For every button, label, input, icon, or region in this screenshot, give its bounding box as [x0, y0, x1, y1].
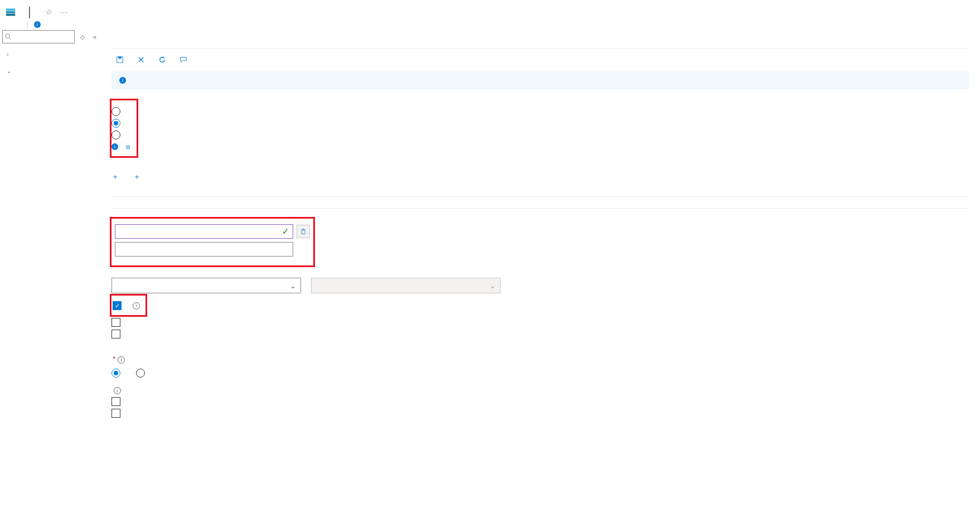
info-icon[interactable]: i	[118, 356, 125, 364]
storage-account-icon	[4, 6, 17, 18]
exception-logging[interactable]	[111, 318, 145, 327]
close-icon	[137, 56, 145, 64]
resource-type-row: | i	[0, 21, 980, 28]
info-icon[interactable]: i	[34, 21, 41, 28]
info-icon: i	[119, 77, 126, 84]
exception-metrics[interactable]	[111, 330, 145, 339]
publish-endpoints-label: i	[111, 386, 969, 395]
exceptions-section: ✓i	[111, 293, 148, 345]
vnet-table-header	[111, 187, 969, 197]
ip-address-input-1[interactable]: ✓	[115, 224, 293, 239]
info-banner: i	[111, 71, 969, 89]
pna-learn-more-link[interactable]: ⧉	[125, 143, 130, 151]
page-header: | ☆ ···	[0, 0, 980, 21]
ip-address-input-2[interactable]	[115, 242, 293, 257]
save-button[interactable]	[116, 56, 127, 64]
trash-icon	[300, 228, 307, 235]
info-icon[interactable]: i	[133, 302, 140, 310]
svg-rect-9	[302, 230, 305, 234]
chevron-down-icon: ⌄	[290, 282, 296, 290]
public-network-access-section: i ⧉	[111, 100, 137, 156]
instance-name-dropdown: ⌄	[311, 278, 501, 293]
pna-option-disabled[interactable]	[111, 130, 130, 139]
sidebar-group-security[interactable]: ⌄	[2, 62, 100, 79]
svg-line-4	[9, 38, 11, 40]
chevron-down-icon: ⌄	[489, 282, 496, 290]
toolbar	[111, 49, 969, 71]
plus-icon: ＋	[133, 172, 140, 182]
collapse-sidebar-icon[interactable]: «	[90, 32, 99, 41]
feedback-icon	[179, 56, 187, 64]
check-icon: ✓	[282, 226, 289, 236]
info-icon[interactable]: i	[114, 387, 121, 394]
add-new-vnet-button[interactable]: ＋	[133, 172, 144, 182]
svg-rect-0	[6, 9, 16, 11]
delete-ip-button[interactable]	[297, 225, 310, 238]
svg-rect-1	[6, 11, 16, 13]
pin-icon[interactable]: ◇	[78, 32, 87, 41]
firewall-ip-section: ✓	[111, 219, 313, 265]
sidebar-search-input[interactable]	[2, 30, 75, 43]
discard-button[interactable]	[137, 56, 148, 64]
resource-type-dropdown[interactable]: ⌄	[111, 278, 301, 293]
svg-rect-2	[6, 14, 16, 16]
publish-internet-routing[interactable]	[111, 409, 969, 418]
favorite-icon[interactable]: ☆	[46, 8, 52, 16]
publish-microsoft-routing[interactable]	[111, 397, 969, 406]
routing-pref-label: *i	[111, 355, 969, 364]
vnet-empty-row	[111, 197, 969, 209]
sidebar-group-data-storage[interactable]: ›	[2, 46, 100, 62]
add-existing-vnet-button[interactable]: ＋	[111, 172, 122, 182]
save-icon	[116, 56, 124, 64]
routing-option-internet[interactable]	[136, 369, 149, 378]
feedback-button[interactable]	[179, 56, 191, 64]
pna-option-all[interactable]	[111, 107, 130, 116]
info-icon: i	[111, 143, 118, 150]
svg-point-3	[6, 34, 10, 38]
header-divider: |	[25, 4, 35, 19]
exception-trusted-services[interactable]: ✓i	[113, 301, 140, 310]
plus-icon: ＋	[111, 172, 119, 182]
search-icon	[5, 33, 12, 40]
tab-bar	[111, 36, 969, 49]
refresh-button[interactable]	[158, 56, 169, 64]
sidebar: ◇ « › ⌄	[0, 28, 100, 443]
pna-option-selected[interactable]	[111, 119, 130, 128]
refresh-icon	[158, 56, 166, 64]
svg-rect-6	[118, 57, 121, 59]
routing-option-microsoft[interactable]	[111, 369, 125, 378]
more-icon[interactable]: ···	[60, 8, 68, 16]
main-content: i i ⧉ ＋ ＋	[100, 28, 980, 443]
